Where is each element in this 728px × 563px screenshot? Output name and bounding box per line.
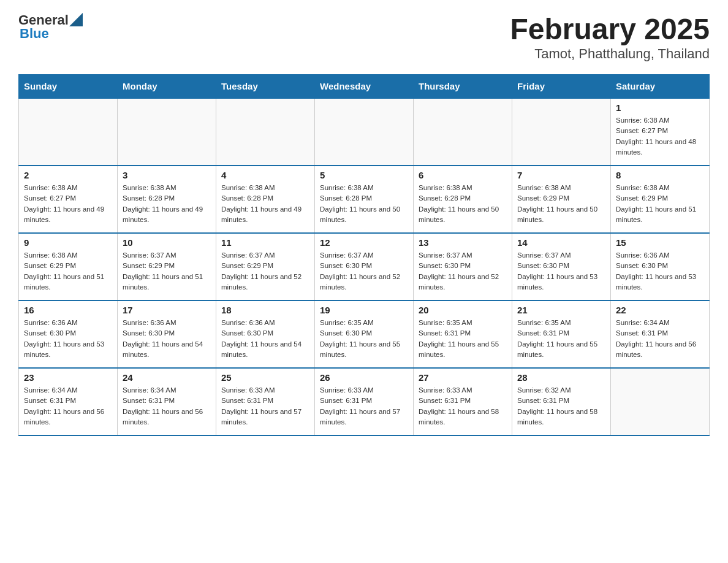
day-number: 7 [517,170,605,180]
weekday-header-thursday: Thursday [414,75,512,99]
calendar-cell: 18Sunrise: 6:36 AMSunset: 6:30 PMDayligh… [216,301,315,368]
calendar-cell: 17Sunrise: 6:36 AMSunset: 6:30 PMDayligh… [118,301,216,368]
calendar-week-row: 9Sunrise: 6:38 AMSunset: 6:29 PMDaylight… [19,233,710,301]
calendar-cell: 21Sunrise: 6:35 AMSunset: 6:31 PMDayligh… [512,301,611,368]
calendar-cell: 15Sunrise: 6:36 AMSunset: 6:30 PMDayligh… [611,233,710,301]
day-info: Sunrise: 6:37 AMSunset: 6:29 PMDaylight:… [221,250,309,293]
calendar-cell: 3Sunrise: 6:38 AMSunset: 6:28 PMDaylight… [118,166,216,233]
day-info: Sunrise: 6:35 AMSunset: 6:31 PMDaylight:… [517,318,605,360]
day-info: Sunrise: 6:38 AMSunset: 6:28 PMDaylight:… [419,183,507,225]
calendar-cell: 6Sunrise: 6:38 AMSunset: 6:28 PMDaylight… [414,166,512,233]
day-info: Sunrise: 6:38 AMSunset: 6:29 PMDaylight:… [517,183,605,225]
day-number: 2 [24,170,112,180]
day-number: 17 [123,305,211,315]
day-number: 20 [419,305,507,315]
day-info: Sunrise: 6:37 AMSunset: 6:30 PMDaylight:… [517,250,605,293]
day-number: 27 [419,372,507,383]
logo-icon [69,13,83,26]
day-number: 6 [419,170,507,180]
day-number: 25 [221,372,309,383]
day-info: Sunrise: 6:33 AMSunset: 6:31 PMDaylight:… [221,385,309,427]
calendar-week-row: 2Sunrise: 6:38 AMSunset: 6:27 PMDaylight… [19,166,710,233]
calendar-cell: 4Sunrise: 6:38 AMSunset: 6:28 PMDaylight… [216,166,315,233]
day-number: 22 [616,305,704,315]
day-number: 3 [123,170,211,180]
page-title: February 2025 [510,12,710,46]
calendar-cell [414,98,512,166]
day-number: 15 [616,237,704,248]
title-block: February 2025 Tamot, Phatthalung, Thaila… [510,12,710,62]
day-number: 26 [320,372,408,383]
day-number: 5 [320,170,408,180]
page-header: General Blue February 2025 Tamot, Phatth… [18,12,710,62]
calendar-cell: 20Sunrise: 6:35 AMSunset: 6:31 PMDayligh… [414,301,512,368]
calendar-cell: 22Sunrise: 6:34 AMSunset: 6:31 PMDayligh… [611,301,710,368]
day-info: Sunrise: 6:38 AMSunset: 6:28 PMDaylight:… [221,183,309,225]
calendar-week-row: 23Sunrise: 6:34 AMSunset: 6:31 PMDayligh… [19,368,710,435]
calendar-cell: 24Sunrise: 6:34 AMSunset: 6:31 PMDayligh… [118,368,216,435]
calendar-cell: 1Sunrise: 6:38 AMSunset: 6:27 PMDaylight… [611,98,710,166]
day-info: Sunrise: 6:36 AMSunset: 6:30 PMDaylight:… [221,318,309,360]
day-number: 23 [24,372,112,383]
page-subtitle: Tamot, Phatthalung, Thailand [510,46,710,62]
calendar-cell: 12Sunrise: 6:37 AMSunset: 6:30 PMDayligh… [315,233,414,301]
calendar-cell [216,98,315,166]
day-number: 18 [221,305,309,315]
calendar-cell: 2Sunrise: 6:38 AMSunset: 6:27 PMDaylight… [19,166,118,233]
day-number: 12 [320,237,408,248]
calendar-cell [611,368,710,435]
svg-marker-0 [69,13,83,26]
calendar-cell: 10Sunrise: 6:37 AMSunset: 6:29 PMDayligh… [118,233,216,301]
weekday-header-wednesday: Wednesday [315,75,414,99]
day-number: 10 [123,237,211,248]
weekday-header-saturday: Saturday [611,75,710,99]
weekday-header-tuesday: Tuesday [216,75,315,99]
day-number: 24 [123,372,211,383]
day-number: 19 [320,305,408,315]
weekday-header-monday: Monday [118,75,216,99]
day-info: Sunrise: 6:38 AMSunset: 6:27 PMDaylight:… [24,183,112,225]
day-info: Sunrise: 6:38 AMSunset: 6:29 PMDaylight:… [616,183,704,225]
logo: General Blue [18,12,83,42]
calendar-table: SundayMondayTuesdayWednesdayThursdayFrid… [18,74,710,436]
day-info: Sunrise: 6:35 AMSunset: 6:30 PMDaylight:… [320,318,408,360]
day-info: Sunrise: 6:35 AMSunset: 6:31 PMDaylight:… [419,318,507,360]
day-number: 8 [616,170,704,180]
day-info: Sunrise: 6:34 AMSunset: 6:31 PMDaylight:… [123,385,211,427]
weekday-header-row: SundayMondayTuesdayWednesdayThursdayFrid… [19,75,710,99]
day-number: 28 [517,372,605,383]
calendar-cell [315,98,414,166]
calendar-cell: 25Sunrise: 6:33 AMSunset: 6:31 PMDayligh… [216,368,315,435]
day-number: 4 [221,170,309,180]
day-info: Sunrise: 6:34 AMSunset: 6:31 PMDaylight:… [24,385,112,427]
calendar-cell: 14Sunrise: 6:37 AMSunset: 6:30 PMDayligh… [512,233,611,301]
logo-blue-text: Blue [20,26,49,42]
day-number: 21 [517,305,605,315]
day-number: 1 [616,102,704,113]
day-number: 14 [517,237,605,248]
day-info: Sunrise: 6:38 AMSunset: 6:27 PMDaylight:… [616,115,704,158]
calendar-cell: 13Sunrise: 6:37 AMSunset: 6:30 PMDayligh… [414,233,512,301]
day-info: Sunrise: 6:36 AMSunset: 6:30 PMDaylight:… [123,318,211,360]
calendar-cell: 28Sunrise: 6:32 AMSunset: 6:31 PMDayligh… [512,368,611,435]
day-info: Sunrise: 6:38 AMSunset: 6:28 PMDaylight:… [320,183,408,225]
day-info: Sunrise: 6:37 AMSunset: 6:30 PMDaylight:… [320,250,408,293]
day-info: Sunrise: 6:34 AMSunset: 6:31 PMDaylight:… [616,318,704,360]
day-info: Sunrise: 6:36 AMSunset: 6:30 PMDaylight:… [616,250,704,293]
day-number: 16 [24,305,112,315]
day-info: Sunrise: 6:33 AMSunset: 6:31 PMDaylight:… [419,385,507,427]
calendar-cell: 5Sunrise: 6:38 AMSunset: 6:28 PMDaylight… [315,166,414,233]
calendar-cell: 19Sunrise: 6:35 AMSunset: 6:30 PMDayligh… [315,301,414,368]
calendar-cell: 27Sunrise: 6:33 AMSunset: 6:31 PMDayligh… [414,368,512,435]
weekday-header-sunday: Sunday [19,75,118,99]
calendar-cell [512,98,611,166]
calendar-cell: 16Sunrise: 6:36 AMSunset: 6:30 PMDayligh… [19,301,118,368]
day-info: Sunrise: 6:38 AMSunset: 6:29 PMDaylight:… [24,250,112,293]
calendar-cell: 8Sunrise: 6:38 AMSunset: 6:29 PMDaylight… [611,166,710,233]
day-info: Sunrise: 6:33 AMSunset: 6:31 PMDaylight:… [320,385,408,427]
calendar-week-row: 16Sunrise: 6:36 AMSunset: 6:30 PMDayligh… [19,301,710,368]
calendar-body: 1Sunrise: 6:38 AMSunset: 6:27 PMDaylight… [19,98,710,435]
day-info: Sunrise: 6:38 AMSunset: 6:28 PMDaylight:… [123,183,211,225]
calendar-cell: 11Sunrise: 6:37 AMSunset: 6:29 PMDayligh… [216,233,315,301]
calendar-cell: 26Sunrise: 6:33 AMSunset: 6:31 PMDayligh… [315,368,414,435]
